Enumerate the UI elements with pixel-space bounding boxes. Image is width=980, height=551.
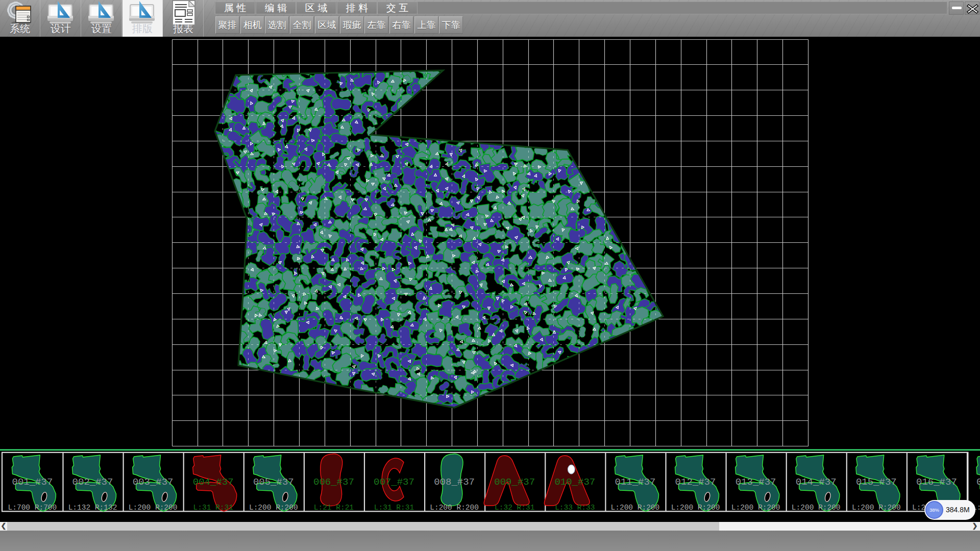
svg-text:006_#37: 006_#37 xyxy=(313,477,354,488)
svg-text:004_#37: 004_#37 xyxy=(193,477,234,488)
svg-text:002_#37: 002_#37 xyxy=(72,477,113,488)
svg-text:L:132 R:132: L:132 R:132 xyxy=(68,504,117,512)
svg-text:L:200 R:200: L:200 R:200 xyxy=(852,504,901,512)
svg-text:009_#37: 009_#37 xyxy=(494,477,535,488)
svg-text:013_#37: 013_#37 xyxy=(736,477,776,488)
svg-text:L:31 R:31: L:31 R:31 xyxy=(193,504,233,512)
svg-text:L:21 R:21: L:21 R:21 xyxy=(314,504,354,512)
svg-text:007_#37: 007_#37 xyxy=(374,477,414,488)
svg-text:015_#37: 015_#37 xyxy=(856,477,897,488)
svg-text:L:200 R:200: L:200 R:200 xyxy=(611,504,660,512)
svg-text:010_#37: 010_#37 xyxy=(554,477,595,488)
svg-text:017_#37: 017_#37 xyxy=(976,477,980,488)
svg-text:005_#37: 005_#37 xyxy=(253,477,294,488)
svg-text:L:200 R:200: L:200 R:200 xyxy=(671,504,720,512)
svg-text:L:31 R:31: L:31 R:31 xyxy=(374,504,414,512)
svg-text:L:32 R:31: L:32 R:31 xyxy=(495,504,534,512)
svg-text:L:200 R:200: L:200 R:200 xyxy=(430,504,479,512)
svg-text:014_#37: 014_#37 xyxy=(796,477,837,488)
svg-text:L:200 R:200: L:200 R:200 xyxy=(129,504,178,512)
svg-text:L:33 R:33: L:33 R:33 xyxy=(555,504,595,512)
svg-text:008_#37: 008_#37 xyxy=(434,477,475,488)
svg-text:011_#37: 011_#37 xyxy=(615,477,655,488)
svg-text:L:200 R:200: L:200 R:200 xyxy=(731,504,780,512)
svg-text:L:200 R:200: L:200 R:200 xyxy=(792,504,841,512)
svg-text:L:200 R:200: L:200 R:200 xyxy=(249,504,298,512)
svg-text:012_#37: 012_#37 xyxy=(675,477,716,488)
svg-text:016_#37: 016_#37 xyxy=(916,477,957,488)
svg-text:001_#37: 001_#37 xyxy=(12,477,53,488)
svg-text:L:700 R:700: L:700 R:700 xyxy=(8,504,57,512)
svg-text:003_#37: 003_#37 xyxy=(133,477,174,488)
